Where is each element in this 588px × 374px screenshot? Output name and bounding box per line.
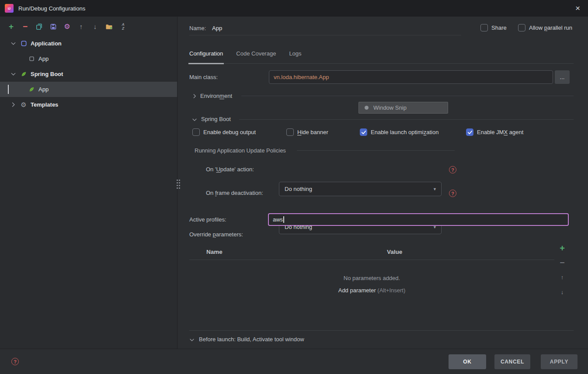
- spring-boot-leaf-icon: [28, 86, 35, 93]
- remove-parameter-icon[interactable]: −: [558, 258, 567, 267]
- main-class-label: Main class:: [189, 74, 218, 80]
- remove-configuration-icon[interactable]: −: [21, 22, 29, 31]
- before-launch-section-toggle[interactable]: Before launch: Build, Activate tool wind…: [199, 336, 304, 343]
- tab-configuration[interactable]: Configuration: [189, 45, 223, 64]
- splitter-grip[interactable]: [175, 179, 182, 191]
- tree-item-app-spring-boot[interactable]: App: [0, 82, 177, 97]
- save-configuration-icon[interactable]: [49, 22, 57, 31]
- name-label: Name:: [189, 25, 206, 31]
- column-header-value: Value: [387, 249, 402, 255]
- chevron-down-icon: ▼: [433, 187, 437, 191]
- hide-banner-checkbox[interactable]: Hide banner: [286, 128, 328, 136]
- enable-launch-optimization-checkbox[interactable]: Enable launch optimization: [360, 128, 438, 136]
- selection-stripe: [8, 85, 9, 94]
- chevron-down-icon[interactable]: [10, 71, 17, 78]
- checkbox-label: Allow parallel run: [529, 24, 572, 31]
- checkbox-label: Hide banner: [297, 129, 328, 135]
- allow-parallel-run-checkbox[interactable]: Allow parallel run: [518, 24, 572, 31]
- window-title: Run/Debug Configurations: [18, 5, 85, 12]
- checkbox-label: Share: [491, 24, 507, 31]
- chevron-down-icon[interactable]: [191, 117, 198, 124]
- on-frame-deactivation-label: On frame deactivation:: [206, 190, 263, 196]
- update-policies-heading: Running Application Update Policies: [195, 147, 286, 154]
- enable-debug-output-checkbox[interactable]: Enable debug output: [192, 128, 256, 136]
- new-folder-icon[interactable]: [105, 22, 113, 31]
- checkbox-box: [518, 24, 525, 31]
- configurations-sidebar: + − ⚙ ↑ ↓ AZ: [0, 17, 177, 349]
- dropdown-value: Do nothing: [285, 186, 312, 192]
- chevron-down-icon[interactable]: [189, 337, 195, 344]
- edit-templates-gear-icon[interactable]: ⚙: [63, 22, 71, 31]
- intellij-logo-icon: IJ: [5, 4, 14, 13]
- main-class-field[interactable]: vn.loda.hibernate.App: [269, 70, 553, 84]
- sort-z-glyph: Z: [122, 27, 124, 31]
- add-parameter-icon[interactable]: +: [558, 244, 567, 253]
- window-snip-overlay: Window Snip: [358, 102, 448, 114]
- move-parameter-up-icon[interactable]: ↑: [558, 273, 567, 281]
- titlebar: IJ Run/Debug Configurations ×: [0, 0, 588, 17]
- on-update-action-dropdown[interactable]: Do nothing ▼: [279, 182, 442, 196]
- sidebar-toolbar: + − ⚙ ↑ ↓ AZ: [0, 17, 177, 36]
- cancel-button[interactable]: CANCEL: [494, 354, 530, 369]
- chevron-right-icon[interactable]: [191, 93, 198, 100]
- active-profiles-input[interactable]: aws: [268, 213, 569, 226]
- active-profiles-label: Active profiles:: [189, 216, 226, 223]
- tree-item-label: App: [38, 55, 49, 62]
- separator: [241, 96, 574, 96]
- help-icon[interactable]: ?: [449, 166, 456, 173]
- configuration-editor: Name: App Share Allow parallel run Confi…: [178, 17, 588, 349]
- add-parameter-link[interactable]: Add parameter: [338, 287, 376, 294]
- table-empty-text: No parameters added.: [189, 275, 554, 281]
- templates-gear-icon: ⚙: [20, 101, 27, 108]
- help-icon[interactable]: ?: [11, 358, 19, 365]
- active-profiles-value: aws: [273, 216, 283, 223]
- indent-spacer: [10, 86, 17, 93]
- app-config-icon: [28, 55, 35, 62]
- share-checkbox[interactable]: Share: [480, 24, 507, 31]
- on-update-action-label: On 'Update' action:: [206, 166, 254, 173]
- tab-code-coverage[interactable]: Code Coverage: [236, 45, 276, 64]
- copy-configuration-icon[interactable]: [35, 22, 43, 31]
- spring-boot-section-toggle[interactable]: Spring Boot: [201, 116, 231, 122]
- sort-alphabetically-icon[interactable]: AZ: [119, 22, 127, 31]
- move-down-icon[interactable]: ↓: [91, 22, 99, 31]
- checkbox-label: Enable launch optimization: [371, 129, 438, 135]
- add-parameter-row: Add parameter (Alt+Insert): [189, 287, 554, 294]
- help-icon[interactable]: ?: [449, 190, 456, 197]
- tree-item-application-group[interactable]: Application: [0, 36, 177, 51]
- close-icon[interactable]: ×: [567, 0, 588, 17]
- tab-logs[interactable]: Logs: [289, 45, 301, 64]
- dialog-footer: ? OK CANCEL APPLY: [0, 349, 588, 374]
- move-up-icon[interactable]: ↑: [77, 22, 85, 31]
- move-parameter-down-icon[interactable]: ↓: [558, 287, 567, 296]
- separator: [297, 150, 455, 151]
- separator: [189, 330, 574, 331]
- tree-item-label: Spring Boot: [31, 71, 63, 77]
- separator: [189, 260, 554, 260]
- snip-dot-icon: [365, 106, 369, 110]
- checkbox-box: [192, 128, 200, 136]
- checkbox-box: [466, 128, 473, 136]
- tree-item-templates[interactable]: ⚙ Templates: [0, 97, 177, 112]
- environment-section-toggle[interactable]: Environment: [200, 93, 232, 99]
- chevron-right-icon[interactable]: [10, 101, 17, 108]
- ok-button[interactable]: OK: [449, 354, 486, 369]
- separator: [189, 35, 461, 35]
- add-configuration-icon[interactable]: +: [7, 22, 15, 31]
- column-header-name: Name: [206, 249, 223, 255]
- checkbox-label: Enable debug output: [203, 129, 256, 135]
- tree-item-spring-boot-group[interactable]: Spring Boot: [0, 66, 177, 82]
- apply-button[interactable]: APPLY: [541, 354, 578, 369]
- chevron-down-icon[interactable]: [10, 40, 17, 47]
- main-class-value: vn.loda.hibernate.App: [274, 74, 329, 80]
- name-input[interactable]: App: [212, 25, 222, 31]
- override-parameters-label: Override parameters:: [189, 231, 243, 238]
- browse-button[interactable]: ...: [555, 70, 570, 84]
- window-snip-label: Window Snip: [373, 104, 407, 111]
- checkbox-box: [286, 128, 294, 136]
- tree-item-label: Templates: [31, 101, 58, 108]
- tree-item-app-application[interactable]: App: [0, 51, 177, 66]
- configurations-tree: Application App Spring Boot: [0, 36, 177, 112]
- enable-jmx-agent-checkbox[interactable]: Enable JMX agent: [466, 128, 523, 136]
- text-caret: [283, 216, 284, 223]
